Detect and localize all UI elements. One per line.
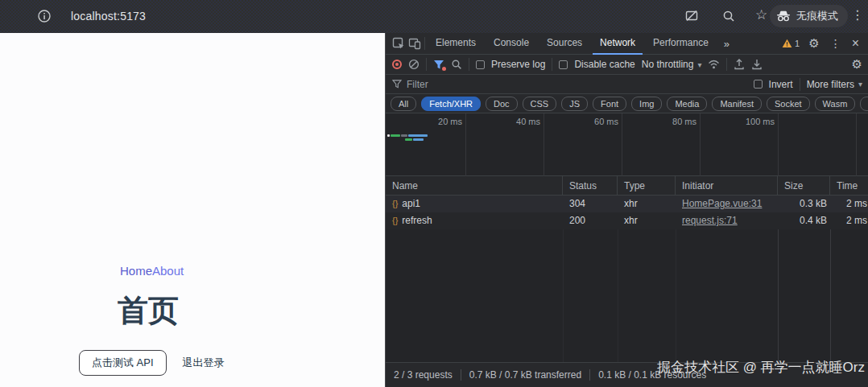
page-title: 首页 [118,290,179,331]
devtools-close-icon[interactable]: × [852,36,859,51]
chip-js[interactable]: JS [561,97,588,111]
disable-cache-label: Disable cache [574,59,634,70]
tab-network[interactable]: Network [593,33,643,55]
chip-media[interactable]: Media [667,97,707,111]
request-time: 2 ms [830,196,868,212]
disable-cache-checkbox[interactable] [559,60,568,69]
tab-elements[interactable]: Elements [428,33,483,55]
column-divider [676,229,676,362]
export-har-icon[interactable] [751,59,763,70]
chip-socket[interactable]: Socket [767,97,810,111]
column-header-name[interactable]: Name [386,176,563,196]
tab-performance[interactable]: Performance [646,33,716,55]
nav-link-home[interactable]: Home [120,264,152,278]
timeline-tick: 60 ms [565,117,618,126]
timeline-gridline [856,113,857,176]
more-filters-button[interactable]: More filters ▾ [807,79,862,90]
chip-wasm[interactable]: Wasm [815,97,856,111]
column-header-type[interactable]: Type [618,176,676,196]
request-type-chips: All Fetch/XHR Doc CSS JS Font Img Media … [386,94,868,113]
column-header-status[interactable]: Status [563,176,618,196]
chip-manifest[interactable]: Manifest [712,97,762,111]
waterfall-bar [391,134,400,137]
search-icon[interactable] [721,9,736,23]
chip-css[interactable]: CSS [523,97,557,111]
request-name: api1 [402,196,420,212]
preserve-log-label: Preserve log [491,59,545,70]
initiator-link[interactable]: HomePage.vue:31 [682,198,762,209]
chip-img[interactable]: Img [631,97,662,111]
devtools-panel: Elements Console Sources Network Perform… [385,33,868,387]
invert-label: Invert [769,79,793,90]
search-network-icon[interactable] [451,59,462,70]
filter-input[interactable] [407,76,749,93]
request-time: 2 ms [830,212,868,229]
page-nav: HomeAbout [120,264,184,278]
waterfall-bar [408,134,428,137]
request-status: 200 [563,212,618,229]
more-tabs-icon[interactable]: » [719,38,734,50]
clear-network-log-icon[interactable] [408,59,420,70]
chip-other[interactable]: Other [860,97,868,111]
logout-button[interactable]: 退出登录 [176,351,231,375]
site-info-icon[interactable] [37,9,52,23]
devtools-settings-icon[interactable]: ⚙ [808,36,819,51]
more-filters-label: More filters [807,79,854,90]
waterfall-bar [413,138,424,141]
web-page: HomeAbout 首页 点击测试 API 退出登录 [0,33,385,387]
timeline-gridline [465,113,466,176]
devtools-menu-icon[interactable]: ⋮ [829,37,843,50]
browser-menu-icon[interactable]: ⋮ [851,7,864,23]
request-type: xhr [618,196,676,212]
issues-warning-badge[interactable]: 1 [782,39,800,48]
column-header-size[interactable]: Size [778,176,830,196]
transferred-size: 0.7 kB / 0.7 kB transferred [461,369,581,381]
timeline-gridline [778,113,779,176]
page-buttons: 点击测试 API 退出登录 [79,350,231,376]
timeline-tick: 40 ms [487,117,540,126]
request-size: 0.3 kB [778,196,830,212]
column-divider [830,229,831,362]
divider [424,37,425,50]
chip-all[interactable]: All [391,97,416,111]
throttling-value: No throttling [642,59,694,70]
column-header-time[interactable]: Time [830,176,868,196]
chevron-down-icon: ▾ [697,60,701,69]
column-header-initiator[interactable]: Initiator [676,176,778,196]
chip-fetch-xhr[interactable]: Fetch/XHR [421,97,481,111]
address-bar[interactable]: localhost:5173 [71,10,146,23]
warning-icon [782,39,792,48]
table-row[interactable]: {}refresh 200 xhr request.js:71 0.4 kB 2… [386,212,868,229]
record-network-log-icon[interactable] [392,60,402,69]
send-to-devices-icon[interactable] [684,9,699,23]
tab-sources[interactable]: Sources [539,33,589,55]
device-toolbar-icon[interactable] [408,37,421,50]
request-name: refresh [402,212,432,229]
incognito-icon [776,10,791,22]
import-har-icon[interactable] [734,59,745,70]
network-toolbar: Preserve log Disable cache No throttling… [386,55,868,75]
network-settings-icon[interactable]: ⚙ [852,57,862,72]
warning-count: 1 [795,39,800,48]
waterfall-bar [387,134,390,137]
initiator-link[interactable]: request.js:71 [682,215,738,226]
inspect-element-icon[interactable] [392,37,405,50]
nav-link-about[interactable]: About [152,264,184,278]
timeline-tick: 100 ms [721,117,775,126]
preserve-log-checkbox[interactable] [476,60,485,69]
throttling-select[interactable]: No throttling ▾ [642,59,702,70]
bookmark-star-icon[interactable]: ☆ [755,7,770,22]
chip-doc[interactable]: Doc [486,97,518,111]
xhr-braces-icon: {} [392,196,398,212]
tab-console[interactable]: Console [486,33,536,55]
invert-checkbox[interactable] [754,80,763,89]
chip-font[interactable]: Font [593,97,626,111]
timeline-tick: 80 ms [643,117,696,126]
network-overview-timeline[interactable]: 20 ms 40 ms 60 ms 80 ms 100 ms [386,113,868,176]
devtools-tab-bar: Elements Console Sources Network Perform… [386,33,868,55]
table-row[interactable]: {}api1 304 xhr HomePage.vue:31 0.3 kB 2 … [386,196,868,212]
filter-toggle-icon[interactable] [433,60,444,70]
test-api-button[interactable]: 点击测试 API [79,350,167,376]
timeline-gridline [622,113,622,176]
network-conditions-icon[interactable] [708,60,720,69]
